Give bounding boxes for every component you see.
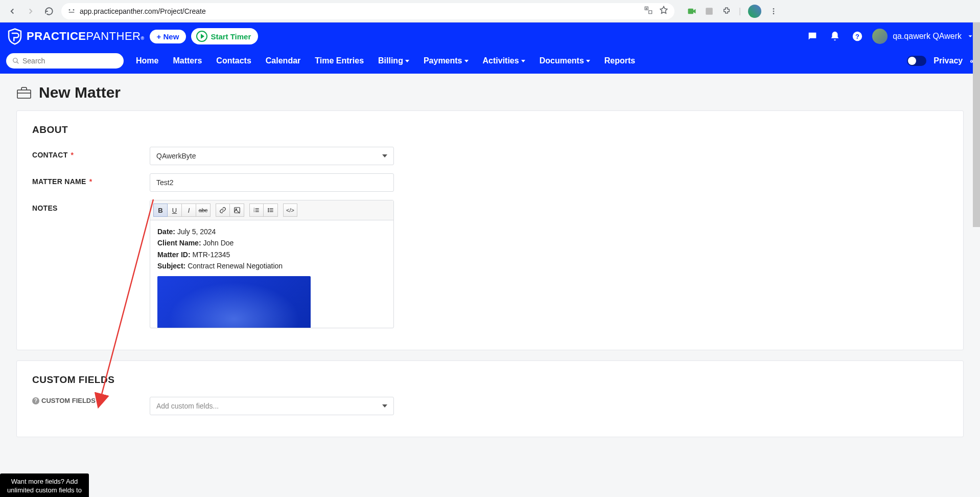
start-timer-button[interactable]: Start Timer bbox=[191, 28, 258, 44]
about-section-title: ABOUT bbox=[32, 124, 948, 135]
nav-billing[interactable]: Billing bbox=[378, 56, 409, 65]
notes-label: NOTES bbox=[32, 200, 150, 212]
new-button[interactable]: + New bbox=[150, 30, 186, 43]
chrome-menu-icon[interactable] bbox=[768, 6, 779, 16]
nav-contacts[interactable]: Contacts bbox=[216, 56, 251, 65]
chevron-down-icon bbox=[521, 60, 525, 62]
user-menu[interactable]: qa.qawerk QAwerk bbox=[872, 29, 974, 44]
user-name: qa.qawerk QAwerk bbox=[893, 32, 962, 41]
chevron-down-icon bbox=[405, 60, 409, 62]
profile-avatar[interactable] bbox=[748, 5, 761, 18]
nav-time-entries[interactable]: Time Entries bbox=[315, 56, 364, 65]
custom-fields-tooltip: Want more fields? Add unlimited custom f… bbox=[0, 473, 89, 488]
extension-camera-icon[interactable] bbox=[687, 6, 697, 16]
page-title: New Matter bbox=[39, 84, 121, 101]
nav-calendar[interactable]: Calendar bbox=[266, 56, 300, 65]
help-icon[interactable]: ? bbox=[852, 31, 863, 42]
rte-bold-button[interactable]: B bbox=[153, 204, 168, 217]
custom-fields-select[interactable]: Add custom fields... bbox=[150, 397, 394, 415]
svg-point-10 bbox=[13, 58, 17, 62]
note-embedded-image[interactable] bbox=[157, 276, 311, 328]
svg-point-19 bbox=[268, 211, 269, 212]
svg-rect-3 bbox=[688, 8, 694, 14]
nav-reports[interactable]: Reports bbox=[604, 56, 635, 65]
svg-point-1 bbox=[73, 9, 75, 11]
bookmark-icon[interactable] bbox=[659, 6, 668, 16]
nav-home[interactable]: Home bbox=[136, 56, 158, 65]
search-icon bbox=[12, 57, 19, 64]
svg-point-7 bbox=[773, 13, 775, 14]
rte-ol-button[interactable]: 123 bbox=[249, 204, 264, 217]
rte-source-button[interactable]: </> bbox=[283, 204, 297, 217]
bell-icon[interactable] bbox=[829, 31, 841, 42]
url-bar[interactable]: app.practicepanther.com/Project/Create bbox=[61, 3, 674, 19]
url-text: app.practicepanther.com/Project/Create bbox=[80, 7, 206, 15]
rte-toolbar: B U I abc bbox=[150, 200, 393, 220]
unordered-list-icon bbox=[267, 207, 274, 214]
rte-image-button[interactable] bbox=[230, 204, 244, 217]
reload-button[interactable] bbox=[43, 5, 55, 17]
page-title-row: New Matter bbox=[16, 84, 964, 101]
matter-name-row: MATTER NAME* bbox=[32, 173, 948, 192]
custom-fields-sublabel: ? CUSTOM FIELDS bbox=[32, 397, 150, 404]
contact-value: QAwerkByte bbox=[156, 152, 196, 160]
svg-rect-4 bbox=[706, 8, 713, 15]
rte-underline-button[interactable]: U bbox=[168, 204, 182, 217]
browser-chrome: app.practicepanther.com/Project/Create | bbox=[0, 0, 980, 22]
about-card: ABOUT CONTACT* QAwerkByte MATTER NAME* bbox=[16, 110, 964, 350]
link-icon bbox=[219, 207, 226, 214]
chat-icon[interactable] bbox=[807, 31, 818, 42]
contact-label: CONTACT* bbox=[32, 147, 150, 159]
extensions-icon[interactable] bbox=[721, 6, 732, 16]
site-settings-icon[interactable] bbox=[67, 7, 76, 15]
matter-name-label: MATTER NAME* bbox=[32, 173, 150, 186]
chevron-down-icon bbox=[382, 404, 387, 408]
extension-generic-icon[interactable] bbox=[704, 6, 714, 16]
logo[interactable]: PRACTICEPANTHER® bbox=[6, 28, 145, 45]
chevron-down-icon bbox=[382, 154, 387, 157]
svg-rect-12 bbox=[234, 208, 240, 213]
notes-textarea[interactable]: Date: July 5, 2024 Client Name: John Doe… bbox=[150, 220, 393, 328]
svg-text:3: 3 bbox=[253, 211, 254, 213]
custom-fields-placeholder: Add custom fields... bbox=[156, 402, 219, 410]
svg-point-18 bbox=[268, 210, 269, 211]
nav-activities[interactable]: Activities bbox=[483, 56, 525, 65]
svg-point-5 bbox=[773, 8, 775, 10]
chrome-right-icons: | bbox=[687, 5, 779, 18]
rte-strike-button[interactable]: abc bbox=[196, 204, 211, 217]
svg-point-17 bbox=[268, 208, 269, 209]
rte-italic-button[interactable]: I bbox=[182, 204, 196, 217]
logo-shield-icon bbox=[6, 28, 24, 45]
page-content: New Matter ABOUT CONTACT* QAwerkByte MAT… bbox=[0, 74, 980, 488]
page-scrollbar[interactable] bbox=[973, 22, 980, 227]
play-icon bbox=[196, 31, 207, 42]
privacy-toggle[interactable] bbox=[907, 56, 926, 66]
nav-documents[interactable]: Documents bbox=[540, 56, 590, 65]
svg-point-0 bbox=[69, 9, 71, 11]
search-input[interactable] bbox=[22, 57, 118, 65]
contact-select[interactable]: QAwerkByte bbox=[150, 147, 394, 165]
image-icon bbox=[234, 207, 241, 214]
user-avatar bbox=[872, 29, 888, 44]
notes-editor: B U I abc bbox=[150, 200, 394, 328]
ordered-list-icon: 123 bbox=[253, 207, 260, 214]
main-nav: Home Matters Contacts Calendar Time Entr… bbox=[136, 56, 635, 65]
search-box[interactable] bbox=[6, 53, 124, 69]
matter-name-input[interactable] bbox=[150, 173, 394, 192]
chevron-down-icon bbox=[464, 60, 469, 62]
custom-fields-row: ? CUSTOM FIELDS Add custom fields... bbox=[32, 397, 948, 415]
nav-matters[interactable]: Matters bbox=[173, 56, 202, 65]
chevron-down-icon bbox=[586, 60, 590, 62]
rte-ul-button[interactable] bbox=[264, 204, 278, 217]
svg-rect-2 bbox=[69, 12, 75, 12]
logo-text: PRACTICEPANTHER® bbox=[27, 30, 145, 43]
custom-fields-card: CUSTOM FIELDS ? CUSTOM FIELDS Add custom… bbox=[16, 360, 964, 437]
forward-button[interactable] bbox=[25, 5, 37, 17]
contact-row: CONTACT* QAwerkByte bbox=[32, 147, 948, 165]
help-circle-icon[interactable]: ? bbox=[32, 397, 39, 404]
back-button[interactable] bbox=[6, 5, 18, 17]
svg-point-6 bbox=[773, 10, 775, 12]
translate-icon[interactable] bbox=[644, 6, 653, 16]
nav-payments[interactable]: Payments bbox=[424, 56, 469, 65]
rte-link-button[interactable] bbox=[216, 204, 230, 217]
